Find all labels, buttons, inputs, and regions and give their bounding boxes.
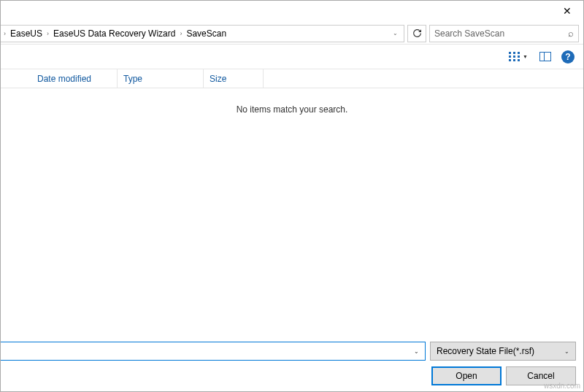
column-size[interactable]: Size: [204, 69, 264, 88]
refresh-icon: [412, 28, 422, 38]
crumb-easeus[interactable]: EaseUS: [7, 26, 45, 42]
toolbar: ▼ ?: [1, 45, 583, 69]
chevron-right-icon: ›: [178, 30, 183, 37]
breadcrumb-dropdown-icon[interactable]: ⌄: [388, 30, 402, 36]
cancel-button[interactable]: Cancel: [506, 366, 576, 385]
view-options-button[interactable]: ▼: [507, 50, 529, 63]
chevron-down-icon: ⌄: [414, 348, 422, 355]
filetype-combo[interactable]: Recovery State File(*.rsf) ⌄: [430, 342, 576, 361]
empty-state-text: No items match your search.: [237, 104, 348, 115]
open-button[interactable]: Open: [431, 366, 502, 385]
breadcrumb[interactable]: › EaseUS › EaseUS Data Recovery Wizard ›…: [0, 25, 404, 42]
pane-icon: [539, 52, 551, 61]
grid-icon: [509, 52, 520, 61]
bottom-panel: ⌄ Recovery State File(*.rsf) ⌄ Open Canc…: [1, 342, 583, 391]
chevron-right-icon: ›: [45, 30, 50, 37]
crumb-savescan[interactable]: SaveScan: [183, 26, 229, 42]
column-date-modified[interactable]: Date modified: [31, 69, 118, 88]
chevron-down-icon: ⌄: [564, 348, 569, 355]
caret-down-icon: ▼: [523, 54, 528, 59]
filter-row: ⌄ Recovery State File(*.rsf) ⌄: [1, 342, 576, 361]
chevron-right-icon: ›: [2, 30, 7, 37]
crumb-wizard[interactable]: EaseUS Data Recovery Wizard: [50, 26, 178, 42]
file-list-area: No items match your search.: [1, 88, 583, 326]
search-input[interactable]: Search SaveScan ⌕: [429, 25, 579, 42]
filename-combo[interactable]: ⌄: [0, 342, 426, 361]
button-row: Open Cancel: [1, 366, 576, 385]
title-bar: ✕: [1, 1, 583, 23]
filetype-value: Recovery State File(*.rsf): [437, 346, 534, 356]
preview-pane-button[interactable]: [538, 50, 553, 63]
nav-row: › EaseUS › EaseUS Data Recovery Wizard ›…: [1, 23, 583, 45]
column-type[interactable]: Type: [118, 69, 204, 88]
close-icon: ✕: [563, 5, 572, 17]
search-icon: ⌕: [568, 28, 574, 39]
close-button[interactable]: ✕: [550, 1, 583, 21]
help-icon: ?: [565, 52, 570, 62]
help-button[interactable]: ?: [561, 50, 575, 64]
column-headers: Date modified Type Size: [1, 69, 583, 88]
refresh-button[interactable]: [407, 25, 426, 42]
search-placeholder: Search SaveScan: [434, 28, 504, 39]
